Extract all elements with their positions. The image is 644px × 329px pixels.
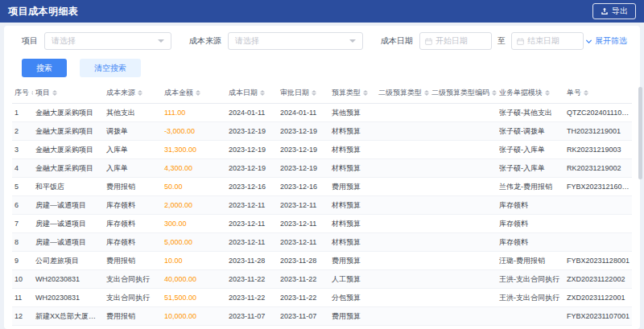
cell: 3 — [12, 141, 33, 159]
cell — [376, 104, 429, 122]
cell: 金融大厦采购项目 — [33, 141, 104, 159]
cell — [429, 178, 497, 196]
cell: 4 — [12, 159, 33, 178]
cell: FYBX20231128001 — [564, 252, 632, 270]
table-row[interactable]: 7房建—诚通项目库存领料300.002023-12-112023-12-11材料… — [12, 215, 632, 233]
cell: RK20231219003 — [564, 141, 632, 159]
cell: 5,000.00 — [162, 233, 226, 252]
expand-filters-link[interactable]: 展开筛选 — [585, 35, 627, 47]
column-header[interactable]: 序号 — [12, 83, 33, 104]
cell: 2023-12-16 — [278, 178, 329, 196]
cell: RK20231219002 — [564, 159, 632, 178]
cell — [429, 252, 497, 270]
cell: 入库单 — [104, 159, 162, 178]
cell — [376, 270, 429, 289]
cell: TH20231219001 — [564, 122, 632, 141]
cell: 40,000.00 — [162, 270, 226, 289]
cost-source-select[interactable]: 请选择 — [228, 32, 363, 50]
cell: -3,000.00 — [162, 122, 226, 141]
sort-icon[interactable] — [312, 90, 316, 96]
column-header[interactable]: 审批日期 — [278, 83, 329, 104]
column-header[interactable]: 业务单据模块 — [497, 83, 564, 104]
sort-icon[interactable] — [424, 90, 429, 96]
sort-icon[interactable] — [31, 90, 33, 96]
table-row[interactable]: 6房建—诚通项目库存领料2,000.002023-12-112023-12-11… — [12, 196, 632, 215]
cell: 2023-11-22 — [226, 289, 278, 307]
project-filter-label: 项目 — [22, 35, 38, 47]
column-header[interactable]: 二级预算类型编码 — [429, 83, 497, 104]
export-button[interactable]: 导出 — [592, 3, 636, 19]
table-row[interactable]: 2金融大厦采购项目调拨单-3,000.002023-12-192023-12-1… — [12, 122, 632, 141]
scrollbar-thumb[interactable] — [638, 87, 642, 179]
table-row[interactable]: 5和平饭店费用报销50.002023-12-162023-12-16费用预算兰伟… — [12, 178, 632, 196]
source-select-placeholder: 请选择 — [235, 35, 259, 47]
table-body: 1金融大厦采购项目其他支出111.002024-01-112024-01-11其… — [12, 104, 632, 329]
filter-group-date: 成本日期 开始日期 至 结束日期 — [381, 32, 584, 50]
table-row[interactable]: 1金融大厦采购项目其他支出111.002024-01-112024-01-11其… — [12, 104, 632, 122]
cell: 王洪-支出合同执行 — [497, 289, 564, 307]
sort-icon[interactable] — [260, 90, 265, 96]
cell — [564, 233, 632, 252]
column-header[interactable]: 成本来源 — [104, 83, 162, 104]
sort-icon[interactable] — [52, 90, 57, 96]
cell: 2024-01-11 — [226, 104, 278, 122]
table-row[interactable]: 11WH20230831支出合同执行51,500.002023-11-22202… — [12, 289, 632, 307]
start-date-input[interactable]: 开始日期 — [419, 32, 492, 50]
cell — [429, 215, 497, 233]
project-select[interactable]: 请选择 — [44, 32, 171, 50]
cell: QTZC20240111001 — [564, 104, 632, 122]
cell: 2023-11-22 — [278, 270, 329, 289]
sort-icon[interactable] — [196, 90, 200, 96]
table-row[interactable]: 4金融大厦采购项目入库单4,300.002023-12-192023-12-19… — [12, 159, 632, 178]
top-bar: 项目成本明细表 导出 — [0, 0, 644, 23]
end-date-input[interactable]: 结束日期 — [511, 32, 584, 50]
cell — [376, 178, 429, 196]
cell: 2023-10-27 — [226, 326, 278, 329]
table-row[interactable]: 9公司差旅项目费用报销10.002023-11-282023-11-28费用预算… — [12, 252, 632, 270]
cell: 材料预算 — [329, 122, 376, 141]
column-header[interactable]: 二级预算类型 — [376, 83, 429, 104]
cell — [497, 307, 564, 326]
column-header[interactable]: 成本金额 — [162, 83, 226, 104]
table-row[interactable]: 8房建—诚通项目库存领料5,000.002023-12-112023-12-11… — [12, 233, 632, 252]
end-date-placeholder: 结束日期 — [527, 35, 559, 47]
cell: 2023-12-11 — [226, 233, 278, 252]
cell: 2023-12-11 — [278, 233, 329, 252]
date-filter-label: 成本日期 — [381, 35, 413, 47]
sort-icon[interactable] — [584, 90, 588, 96]
column-header[interactable]: 预算类型 — [329, 83, 376, 104]
cell — [376, 289, 429, 307]
expand-filters-label: 展开筛选 — [595, 35, 627, 47]
cell: WH20230831 — [33, 270, 104, 289]
cell: ZXD20231122001 — [564, 289, 632, 307]
table-row[interactable]: 3金融大厦采购项目入库单31,300.002023-12-192023-12-1… — [12, 141, 632, 159]
cell: 材料预算 — [329, 215, 376, 233]
table-row[interactable]: 12新建XX总部大厦工程二期费用报销10,000.002023-11-07202… — [12, 307, 632, 326]
export-icon — [601, 7, 609, 15]
table-row[interactable]: 13给付预算项目其他支出100,000,000.002023-10-272023… — [12, 326, 632, 329]
cell — [429, 159, 497, 178]
cell: 入库单 — [104, 141, 162, 159]
cell: 10,000.00 — [162, 307, 226, 326]
column-header[interactable]: 成本日期 — [226, 83, 278, 104]
cell — [376, 233, 429, 252]
sort-icon[interactable] — [492, 90, 497, 96]
search-button[interactable]: 搜索 — [22, 59, 67, 77]
clear-search-button[interactable]: 清空搜索 — [80, 59, 141, 77]
sort-icon[interactable] — [545, 90, 550, 96]
cell — [429, 270, 497, 289]
cell: 其他支出 — [104, 104, 162, 122]
cell: 房建—诚通项目 — [33, 215, 104, 233]
cell: 2023-11-28 — [226, 252, 278, 270]
cell — [376, 196, 429, 215]
calendar-icon — [425, 38, 432, 45]
cell: 11 — [12, 289, 33, 307]
sort-icon[interactable] — [363, 90, 368, 96]
table-row[interactable]: 10WH20230831支出合同执行40,000.002023-11-22202… — [12, 270, 632, 289]
table-header: 序号项目成本来源成本金额成本日期审批日期预算类型二级预算类型二级预算类型编码业务… — [12, 83, 632, 104]
column-header[interactable]: 单号 — [564, 83, 632, 104]
column-header[interactable]: 项目 — [33, 83, 104, 104]
cell: 金融大厦采购项目 — [33, 122, 104, 141]
sort-icon[interactable] — [138, 90, 142, 96]
cell: 张子硕-入库单 — [497, 141, 564, 159]
